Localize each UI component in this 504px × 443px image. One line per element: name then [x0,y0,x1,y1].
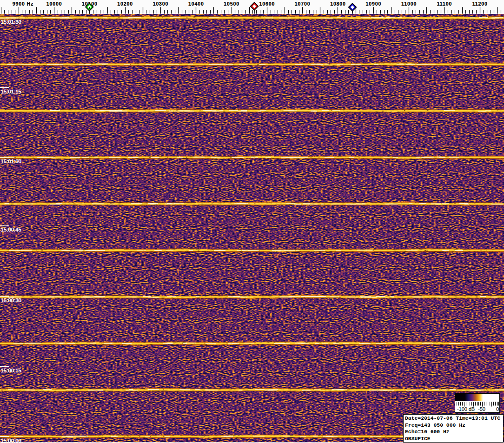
svg-text:0: 0 [496,406,499,412]
svg-text:-100 dB: -100 dB [457,406,475,412]
svg-text:-50: -50 [478,406,485,412]
